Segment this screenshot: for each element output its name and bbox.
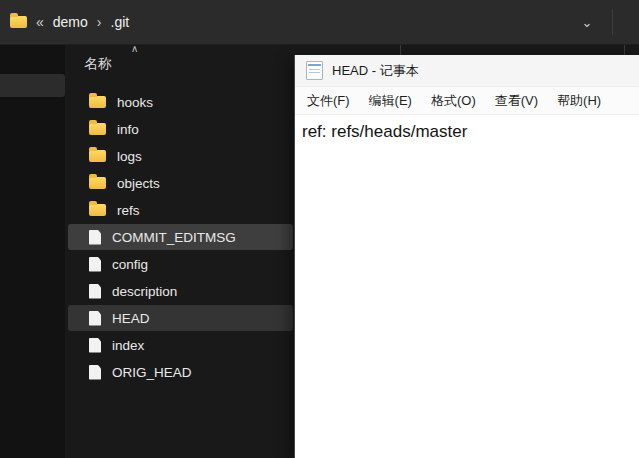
breadcrumb-item-git[interactable]: .git (111, 14, 130, 30)
folder-icon (89, 204, 106, 216)
item-label: COMMIT_EDITMSG (112, 230, 236, 245)
name-column-header[interactable]: 名称 (84, 55, 112, 73)
file-icon (89, 257, 101, 272)
item-label: ORIG_HEAD (112, 365, 192, 380)
file-icon (89, 338, 101, 353)
folder-icon (89, 177, 106, 189)
item-label: HEAD (112, 311, 150, 326)
menu-file[interactable]: 文件(F) (299, 89, 358, 113)
menu-format[interactable]: 格式(O) (423, 89, 484, 113)
navigation-pane (0, 45, 65, 458)
folder-icon (89, 123, 106, 135)
file-list: hooks info logs objects refs COMMIT_EDIT… (68, 89, 296, 386)
item-label: logs (117, 149, 142, 164)
list-item-objects[interactable]: objects (68, 170, 293, 196)
list-item-index[interactable]: index (68, 332, 293, 358)
list-item-commit-editmsg[interactable]: COMMIT_EDITMSG (68, 224, 293, 250)
list-item-refs[interactable]: refs (68, 197, 293, 223)
notepad-text-area[interactable]: ref: refs/heads/master (295, 115, 639, 142)
file-icon (89, 230, 101, 245)
folder-icon (89, 96, 106, 108)
address-dropdown-chevron-icon[interactable]: ⌄ (573, 0, 601, 44)
list-item-hooks[interactable]: hooks (68, 89, 293, 115)
notepad-window: HEAD - 记事本 文件(F) 编辑(E) 格式(O) 查看(V) 帮助(H)… (294, 55, 639, 458)
file-icon (89, 311, 101, 326)
navigation-selected-item[interactable] (0, 74, 65, 97)
list-item-config[interactable]: config (68, 251, 293, 277)
item-label: refs (117, 203, 140, 218)
item-label: description (112, 284, 177, 299)
item-label: index (112, 338, 144, 353)
item-label: info (117, 122, 139, 137)
item-label: config (112, 257, 148, 272)
list-item-logs[interactable]: logs (68, 143, 293, 169)
menu-help[interactable]: 帮助(H) (549, 89, 609, 113)
list-item-description[interactable]: description (68, 278, 293, 304)
notepad-window-title: HEAD - 记事本 (332, 62, 419, 80)
notepad-title-bar[interactable]: HEAD - 记事本 (295, 55, 639, 87)
file-icon (89, 365, 101, 380)
back-chevrons-icon[interactable]: « (36, 15, 44, 29)
list-item-orig-head[interactable]: ORIG_HEAD (68, 359, 293, 385)
menu-edit[interactable]: 编辑(E) (361, 89, 420, 113)
file-icon (89, 284, 101, 299)
screen: { "address_bar": { "back_chevrons": "«",… (0, 0, 639, 458)
breadcrumb-separator-icon: › (97, 15, 102, 29)
address-bar-divider (612, 9, 613, 35)
breadcrumb-item-demo[interactable]: demo (53, 14, 88, 30)
item-label: objects (117, 176, 160, 191)
notepad-menu-bar: 文件(F) 编辑(E) 格式(O) 查看(V) 帮助(H) (295, 87, 639, 115)
list-item-info[interactable]: info (68, 116, 293, 142)
menu-view[interactable]: 查看(V) (487, 89, 546, 113)
folder-icon (89, 150, 106, 162)
breadcrumb: « demo › .git (0, 14, 129, 30)
sort-ascending-icon[interactable]: ∧ (131, 43, 138, 54)
item-label: hooks (117, 95, 153, 110)
notepad-app-icon (306, 61, 323, 80)
address-bar: « demo › .git ⌄ (0, 0, 639, 45)
list-item-head[interactable]: HEAD (68, 305, 293, 331)
current-folder-icon (10, 16, 27, 28)
